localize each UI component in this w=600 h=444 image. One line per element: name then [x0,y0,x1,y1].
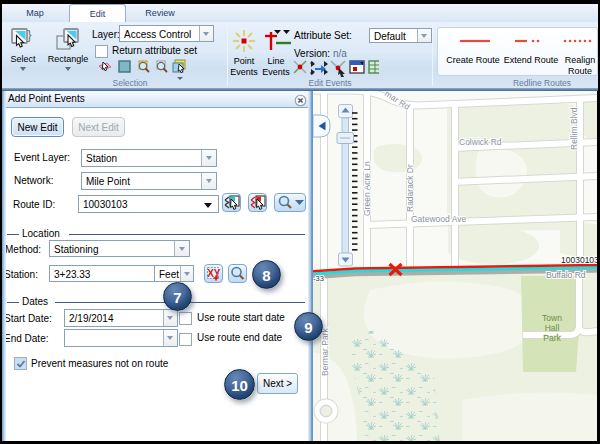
svg-text:-33: -33 [313,274,324,283]
svg-text:Buffalo Rd: Buffalo Rd [546,270,586,280]
svg-text:Green Acre Ln: Green Acre Ln [362,161,372,216]
svg-text:Town: Town [542,313,562,323]
svg-text:}: } [28,28,32,42]
svg-text:Hall: Hall [545,323,560,333]
svg-text:10030103: 10030103 [561,255,597,265]
svg-text:Park: Park [543,333,561,343]
svg-text:Radarack Dr: Radarack Dr [405,164,415,212]
svg-text:Gatewood Ave: Gatewood Ave [411,214,466,224]
svg-text:Bermar Park: Bermar Park [320,328,330,376]
svg-text:Colwick Rd: Colwick Rd [459,137,502,147]
svg-text:XY: XY [207,268,221,279]
svg-text:Rellim Blvd: Rellim Blvd [569,107,579,150]
